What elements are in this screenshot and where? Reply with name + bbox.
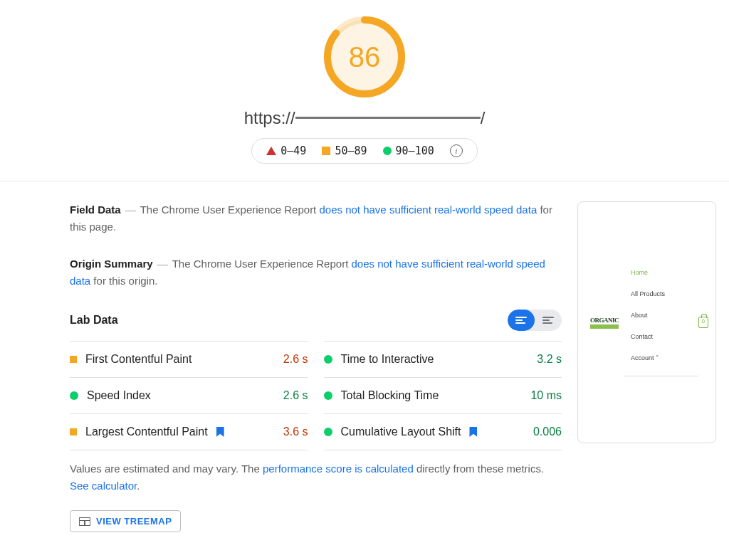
bag-icon[interactable] <box>698 317 708 328</box>
lines-icon <box>515 315 527 325</box>
metric-row[interactable]: Time to Interactive 3.2 s <box>324 341 562 377</box>
metric-row[interactable]: Largest Contentful Paint 3.6 s <box>70 413 308 450</box>
lines-icon <box>542 315 554 325</box>
screenshot-preview: ORGANIC Home All Products About Contact … <box>577 201 716 443</box>
lab-metrics: First Contentful Paint 2.6 s Speed Index… <box>70 341 562 450</box>
redacted-url <box>295 117 481 119</box>
metric-value: 10 ms <box>530 389 562 402</box>
view-toggle <box>508 310 562 331</box>
preview-nav-home[interactable]: Home <box>631 269 691 276</box>
flag-icon <box>216 427 224 437</box>
square-icon <box>322 147 330 155</box>
perf-score-link[interactable]: performance score is calculated <box>263 463 414 475</box>
view-expanded-button[interactable] <box>508 310 535 331</box>
square-icon <box>70 356 77 363</box>
flag-icon <box>469 427 477 437</box>
metric-row[interactable]: Cumulative Layout Shift 0.006 <box>324 413 562 450</box>
lab-footnote: Values are estimated and may vary. The p… <box>70 460 562 495</box>
performance-gauge: 86 <box>322 14 407 100</box>
score-legend: 0–49 50–89 90–100 i <box>251 138 477 164</box>
preview-nav-about[interactable]: About <box>631 312 691 319</box>
metric-value: 0.006 <box>533 426 562 438</box>
view-treemap-button[interactable]: VIEW TREEMAP <box>70 510 181 532</box>
divider <box>624 376 698 376</box>
metric-value: 2.6 s <box>283 389 308 402</box>
square-icon <box>70 428 77 435</box>
info-icon[interactable]: i <box>450 144 463 157</box>
preview-nav-account[interactable]: Account ˅ <box>631 354 691 361</box>
performance-score: 86 <box>349 41 381 73</box>
metric-value: 2.6 s <box>283 353 308 366</box>
metric-row[interactable]: First Contentful Paint 2.6 s <box>70 341 308 377</box>
field-data-link[interactable]: does not have sufficient real-world spee… <box>319 204 537 216</box>
metric-row[interactable]: Total Blocking Time 10 ms <box>324 377 562 413</box>
circle-icon <box>324 391 332 400</box>
metric-value: 3.6 s <box>283 426 308 438</box>
circle-icon <box>383 147 392 155</box>
preview-nav-contact[interactable]: Contact <box>631 333 691 340</box>
treemap-icon <box>79 517 90 526</box>
view-compact-button[interactable] <box>535 310 562 331</box>
circle-icon <box>324 428 332 436</box>
field-data-section: Field Data—The Chrome User Experience Re… <box>70 201 562 236</box>
see-calculator-link[interactable]: See calculator <box>70 480 137 492</box>
preview-nav-products[interactable]: All Products <box>631 290 691 297</box>
circle-icon <box>70 391 78 400</box>
origin-summary-section: Origin Summary—The Chrome User Experienc… <box>70 255 562 290</box>
metric-row[interactable]: Speed Index 2.6 s <box>70 377 308 413</box>
page-url: https:/// <box>0 108 729 128</box>
lab-data-title: Lab Data <box>70 314 118 327</box>
circle-icon <box>324 355 332 364</box>
preview-logo: ORGANIC <box>585 308 624 337</box>
triangle-icon <box>266 147 276 155</box>
metric-value: 3.2 s <box>537 353 562 366</box>
